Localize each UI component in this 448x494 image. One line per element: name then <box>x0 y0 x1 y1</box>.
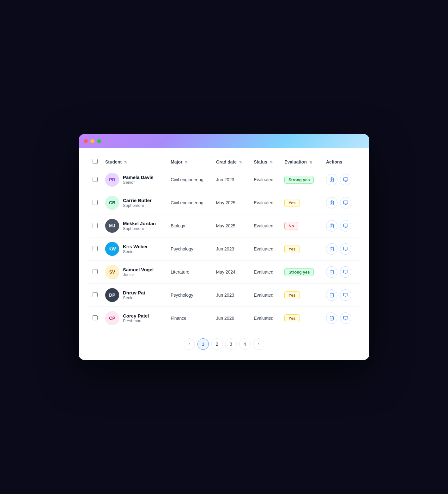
grad-date-cell-1: Jun 2023 <box>212 168 250 191</box>
row-checkbox-2[interactable] <box>93 200 98 205</box>
monitor-action-6[interactable] <box>340 289 351 301</box>
minimize-button[interactable] <box>90 139 94 143</box>
avatar-5: SV <box>105 265 119 279</box>
grad-date-cell-2: May 2025 <box>212 191 250 214</box>
monitor-action-2[interactable] <box>340 197 351 208</box>
monitor-action-5[interactable] <box>340 266 351 278</box>
svg-rect-45 <box>343 293 348 296</box>
actions-cell-5 <box>322 261 359 284</box>
avatar-1: PD <box>105 173 119 187</box>
actions-cell-4 <box>322 238 359 261</box>
clipboard-action-7[interactable] <box>326 312 337 324</box>
svg-text:PD: PD <box>109 177 115 182</box>
maximize-button[interactable] <box>97 139 101 143</box>
students-table: Student ⇅ Major ⇅ Grad date ⇅ Status ⇅ E… <box>89 156 359 330</box>
row-checkbox-7[interactable] <box>93 315 98 320</box>
status-cell-6: Evaluated <box>250 284 281 307</box>
status-cell-7: Evaluated <box>250 307 281 330</box>
row-checkbox-4[interactable] <box>93 246 98 251</box>
pagination-page-1[interactable]: 1 <box>197 338 209 350</box>
actions-cell-6 <box>322 284 359 307</box>
clipboard-action-5[interactable] <box>326 266 337 278</box>
major-cell-2: Civil engineering <box>167 191 212 214</box>
student-name-5: Samuel Vogel <box>123 267 154 272</box>
row-checkbox-cell <box>89 284 101 307</box>
table-header-row: Student ⇅ Major ⇅ Grad date ⇅ Status ⇅ E… <box>89 156 359 168</box>
student-info-5: Samuel Vogel Junior <box>123 267 154 277</box>
column-header-grad-date[interactable]: Grad date ⇅ <box>212 156 250 168</box>
table-row: DP Dhruv Pai Senior Psychology Jun 2023 … <box>89 284 359 307</box>
clipboard-action-6[interactable] <box>326 289 337 301</box>
monitor-action-1[interactable] <box>340 174 351 185</box>
svg-text:CB: CB <box>109 200 115 205</box>
status-cell-4: Evaluated <box>250 238 281 261</box>
titlebar <box>79 134 369 148</box>
select-all-checkbox[interactable] <box>93 159 98 164</box>
monitor-action-3[interactable] <box>340 220 351 232</box>
pagination-page-4[interactable]: 4 <box>239 338 251 350</box>
row-checkbox-6[interactable] <box>93 292 98 297</box>
eval-badge-6: Yes <box>284 291 300 299</box>
svg-rect-13 <box>343 201 348 204</box>
student-year-5: Junior <box>123 272 154 277</box>
student-year-3: Sophomore <box>123 226 156 231</box>
close-button[interactable] <box>84 139 88 143</box>
svg-rect-18 <box>331 224 332 225</box>
student-name-1: Pamela Davis <box>123 175 154 180</box>
column-header-evaluation[interactable]: Evaluation ⇅ <box>281 156 322 168</box>
pagination-page-3[interactable]: 3 <box>225 338 237 350</box>
row-checkbox-3[interactable] <box>93 223 98 228</box>
student-cell-7: CP Corey Patel Freshman <box>101 307 167 330</box>
monitor-action-7[interactable] <box>340 312 351 324</box>
pagination-prev[interactable]: ‹ <box>184 338 195 350</box>
major-cell-7: Finance <box>167 307 212 330</box>
row-checkbox-1[interactable] <box>93 177 98 182</box>
evaluation-cell-6: Yes <box>281 284 322 307</box>
status-cell-3: Evaluated <box>250 214 281 238</box>
avatar-6: DP <box>105 288 119 302</box>
table-row: CP Corey Patel Freshman Finance Jun 2026… <box>89 307 359 330</box>
clipboard-action-1[interactable] <box>326 174 337 185</box>
major-cell-5: Literature <box>167 261 212 284</box>
column-header-student[interactable]: Student ⇅ <box>101 156 167 168</box>
svg-rect-53 <box>343 316 348 319</box>
grad-date-cell-3: May 2025 <box>212 214 250 238</box>
pagination-next[interactable]: › <box>253 338 264 350</box>
clipboard-action-3[interactable] <box>326 220 337 232</box>
evaluation-cell-3: No <box>281 214 322 238</box>
student-info-1: Pamela Davis Senior <box>123 175 154 185</box>
major-cell-3: Biology <box>167 214 212 238</box>
avatar-3: MJ <box>105 219 119 233</box>
svg-text:MJ: MJ <box>109 223 115 228</box>
eval-badge-1: Strong yes <box>284 176 314 184</box>
eval-badge-4: Yes <box>284 245 300 253</box>
column-header-major[interactable]: Major ⇅ <box>167 156 212 168</box>
monitor-action-4[interactable] <box>340 243 351 255</box>
grad-date-cell-6: Jun 2023 <box>212 284 250 307</box>
eval-badge-2: Yes <box>284 199 300 207</box>
clipboard-action-4[interactable] <box>326 243 337 255</box>
student-year-6: Senior <box>123 295 145 300</box>
student-name-3: Mekkel Jordan <box>123 221 156 226</box>
student-info-6: Dhruv Pai Senior <box>123 290 145 300</box>
row-checkbox-cell <box>89 307 101 330</box>
pagination: ‹ 1 2 3 4 › <box>89 338 359 350</box>
avatar-7: CP <box>105 311 119 325</box>
major-cell-6: Psychology <box>167 284 212 307</box>
svg-rect-29 <box>343 247 348 250</box>
svg-rect-37 <box>343 270 348 273</box>
row-checkbox-5[interactable] <box>93 269 98 274</box>
evaluation-cell-4: Yes <box>281 238 322 261</box>
pagination-page-2[interactable]: 2 <box>211 338 223 350</box>
column-header-status[interactable]: Status ⇅ <box>250 156 281 168</box>
clipboard-action-2[interactable] <box>326 197 337 208</box>
student-cell-5: SV Samuel Vogel Junior <box>101 261 167 284</box>
row-checkbox-cell <box>89 191 101 214</box>
student-cell-6: DP Dhruv Pai Senior <box>101 284 167 307</box>
table-row: PD Pamela Davis Senior Civil engineering… <box>89 168 359 191</box>
student-cell-1: PD Pamela Davis Senior <box>101 168 167 191</box>
student-year-2: Sophomore <box>123 203 152 208</box>
sort-icon-status: ⇅ <box>270 160 273 164</box>
student-cell-3: MJ Mekkel Jordan Sophomore <box>101 214 167 238</box>
student-cell-4: KW Kris Weber Senior <box>101 238 167 261</box>
